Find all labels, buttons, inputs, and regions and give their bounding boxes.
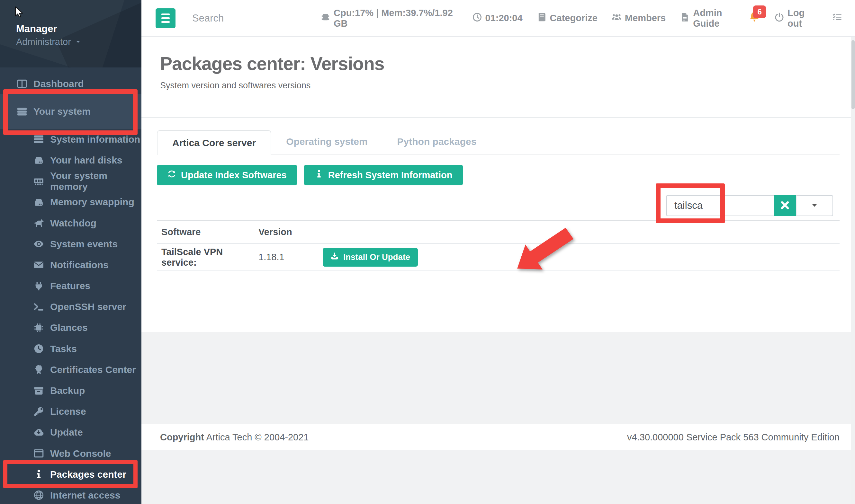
download-icon [330, 252, 339, 263]
filter-input-group [666, 195, 833, 216]
task-list-icon[interactable] [832, 12, 842, 24]
topbar-item-members[interactable]: Members [612, 12, 666, 24]
content-panel: Artica Core server Operating system Pyth… [141, 118, 855, 332]
sidebar: Manager Administrator Dashboard Your sys… [0, 0, 141, 504]
version-text: v4.30.000000 Service Pack 563 Community … [627, 432, 840, 443]
terminal-icon [32, 302, 45, 312]
tab-bar: Artica Core server Operating system Pyth… [157, 118, 840, 155]
refresh-system-information-button[interactable]: Refresh System Information [304, 165, 463, 185]
sidebar-item-update[interactable]: Update [0, 422, 141, 443]
clock-icon [472, 12, 482, 24]
globe-icon [32, 490, 45, 501]
window-icon [32, 448, 45, 459]
archive-icon [32, 385, 45, 396]
filter-input[interactable] [666, 195, 774, 216]
pdf-icon [680, 12, 690, 24]
table-row: TailScale VPN service: 1.18.1 Install Or… [157, 244, 840, 271]
system-stats: Cpu:17% | Mem:39.7%/1.92 GB [320, 8, 458, 29]
background-gap [141, 332, 855, 424]
topbar: Cpu:17% | Mem:39.7%/1.92 GB 01:20:04 Cat… [141, 0, 855, 37]
sidebar-item-packages-center[interactable]: Packages center [0, 464, 141, 485]
page-footer: Copyright Artica Tech © 2004-2021 v4.30.… [141, 424, 855, 450]
sidebar-item-tasks[interactable]: Tasks [0, 338, 141, 359]
sidebar-item-certificates-center[interactable]: Certificates Center [0, 359, 141, 380]
sidebar-item-memory-swapping[interactable]: Memory swapping [0, 192, 141, 213]
power-icon [774, 12, 784, 24]
column-header-software: Software [157, 227, 254, 237]
update-index-softwares-button[interactable]: Update Index Softwares [157, 165, 297, 185]
x-icon [780, 200, 790, 211]
tab-python-packages[interactable]: Python packages [383, 129, 491, 155]
sidebar-item-internet-access[interactable]: Internet access [0, 485, 141, 504]
users-icon [612, 12, 622, 24]
envelope-icon [32, 259, 45, 270]
sidebar-item-watchdog[interactable]: Watchdog [0, 213, 141, 234]
eye-icon [32, 239, 45, 249]
sidebar-item-notifications[interactable]: Notifications [0, 254, 141, 275]
clear-filter-button[interactable] [774, 195, 796, 216]
versions-table: Software Version TailScale VPN service: … [157, 220, 840, 271]
sidebar-item-backup[interactable]: Backup [0, 380, 141, 401]
filter-row [157, 195, 840, 216]
server-icon [32, 134, 45, 145]
user-name: Manager [16, 23, 57, 35]
mouse-cursor-icon [13, 6, 26, 19]
user-role-dropdown[interactable]: Administrator [16, 37, 81, 47]
table-header: Software Version [157, 221, 840, 244]
caret-down-icon [810, 201, 819, 211]
sidebar-item-openssh-server[interactable]: OpenSSH server [0, 296, 141, 317]
filter-options-dropdown[interactable] [796, 195, 833, 216]
sidebar-menu: Dashboard Your system System information… [0, 73, 141, 504]
dog-icon [32, 218, 45, 228]
action-buttons: Update Index Softwares Refresh System In… [157, 165, 840, 185]
logout-button[interactable]: Log out [774, 8, 818, 29]
column-header-version: Version [254, 227, 318, 237]
copyright-text: Copyright Artica Tech © 2004-2021 [160, 432, 309, 443]
info-icon [32, 469, 45, 480]
search-input[interactable] [192, 13, 320, 24]
clock-display: 01:20:04 [472, 12, 523, 24]
caret-down-icon [75, 37, 81, 47]
microchip-icon [320, 12, 330, 24]
memory-icon [32, 176, 45, 187]
sidebar-item-system-events[interactable]: System events [0, 234, 141, 254]
sidebar-item-features[interactable]: Features [0, 276, 141, 296]
clock-icon [32, 343, 45, 354]
table-body: TailScale VPN service: 1.18.1 Install Or… [157, 244, 840, 271]
hdd-icon [32, 197, 45, 208]
refresh-icon [167, 169, 176, 181]
notifications-bell[interactable]: 6 [749, 11, 760, 26]
scrollbar-thumb[interactable] [852, 40, 855, 109]
scrollbar[interactable] [851, 37, 855, 504]
software-name: TailScale VPN service: [157, 247, 254, 268]
page-subtitle: System version and softwares versions [160, 80, 855, 91]
hamburger-menu-button[interactable] [156, 8, 175, 28]
page-header: Packages center: Versions System version… [141, 37, 855, 118]
sidebar-header: Manager Administrator [0, 0, 141, 68]
main-area: Cpu:17% | Mem:39.7%/1.92 GB 01:20:04 Cat… [141, 0, 855, 504]
sidebar-item-your-system[interactable]: Your system [0, 94, 141, 129]
sidebar-item-your-hard-disks[interactable]: Your hard disks [0, 150, 141, 170]
topbar-menu: Categorize Members Admin Guide [537, 8, 734, 29]
hdd-icon [32, 155, 45, 165]
sidebar-item-web-console[interactable]: Web Console [0, 443, 141, 464]
page-title: Packages center: Versions [160, 53, 855, 74]
plug-icon [32, 281, 45, 291]
notifications-badge: 6 [753, 5, 766, 18]
chip-icon [32, 323, 45, 333]
sidebar-item-your-system-memory[interactable]: Your system memory [0, 171, 141, 192]
book-icon [537, 12, 547, 24]
dashboard-icon [15, 78, 28, 89]
sidebar-item-glances[interactable]: Glances [0, 317, 141, 338]
sidebar-item-system-information[interactable]: System information [0, 129, 141, 150]
topbar-item-categorize[interactable]: Categorize [537, 12, 597, 24]
certificate-icon [32, 364, 45, 375]
server-stack-icon [15, 106, 28, 117]
tab-artica-core-server[interactable]: Artica Core server [157, 130, 271, 155]
sidebar-item-dashboard[interactable]: Dashboard [0, 73, 141, 94]
cloud-download-icon [32, 427, 45, 438]
install-or-update-button[interactable]: Install Or Update [323, 248, 418, 267]
sidebar-item-license[interactable]: License [0, 401, 141, 422]
topbar-item-admin-guide[interactable]: Admin Guide [680, 8, 734, 29]
tab-operating-system[interactable]: Operating system [271, 129, 382, 155]
